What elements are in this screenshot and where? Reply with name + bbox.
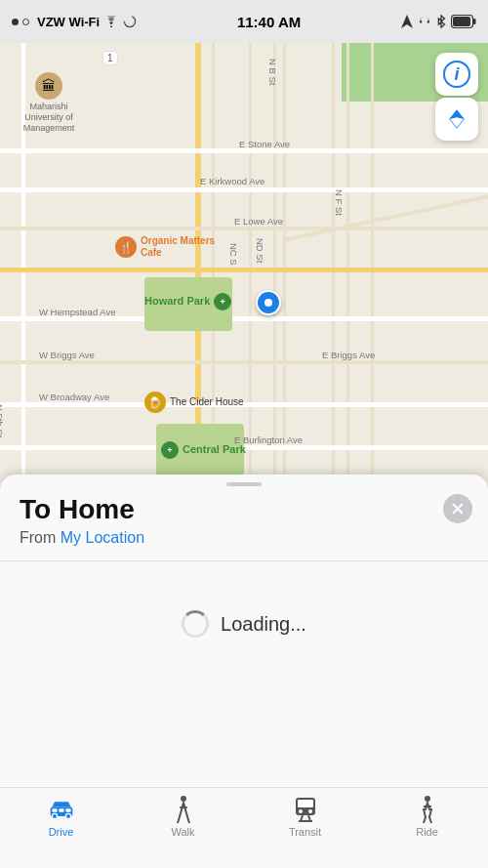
- svg-point-1: [125, 16, 136, 26]
- cafe-icon: 🍴: [115, 236, 137, 258]
- location-button[interactable]: [435, 98, 478, 141]
- label-broadway: W Broadway Ave: [39, 392, 109, 402]
- label-stone: E Stone Ave: [239, 139, 290, 149]
- svg-rect-9: [52, 808, 57, 812]
- road-yellow-h: [0, 268, 488, 272]
- svg-point-17: [425, 796, 430, 802]
- bottom-sheet: To Home From My Location Loading...: [0, 475, 488, 787]
- svg-rect-4: [453, 17, 470, 26]
- svg-marker-6: [52, 802, 70, 806]
- signal-dot-1: [12, 19, 19, 25]
- university-label: 🏛 Maharishi University of Management: [10, 72, 88, 133]
- svg-point-15: [299, 809, 303, 813]
- road-briggs-e: [0, 360, 488, 364]
- howard-park-label: Howard Park: [144, 295, 210, 308]
- location-arrow-icon: [446, 108, 468, 130]
- status-right: [401, 15, 476, 28]
- svg-point-0: [110, 25, 112, 27]
- loading-text: Loading...: [221, 613, 306, 636]
- signal-dot-2: [22, 19, 29, 25]
- ride-icon: [414, 796, 441, 823]
- drive-label: Drive: [49, 826, 74, 838]
- road-lowe: [0, 227, 488, 230]
- walk-icon: [170, 796, 197, 823]
- park-icon2: +: [161, 441, 179, 459]
- battery-icon: [451, 15, 476, 28]
- transit-label: Transit: [289, 826, 321, 838]
- svg-point-8: [65, 813, 70, 818]
- central-park-label: Central Park: [183, 443, 246, 456]
- blue-location-pin: [256, 290, 281, 315]
- road-kirkwood: [0, 187, 488, 192]
- notification-badge: 1: [102, 51, 118, 65]
- sheet-title: To Home: [20, 494, 468, 525]
- carrier-label: VZW Wi-Fi: [37, 15, 100, 29]
- university-name: Maharishi University of Management: [10, 102, 88, 133]
- status-time: 11:40 AM: [237, 14, 301, 30]
- drive-icon: [48, 796, 75, 823]
- tab-ride[interactable]: Ride: [366, 796, 488, 838]
- label-nd: ND St: [255, 238, 265, 263]
- label-nf: N F St: [334, 189, 345, 216]
- central-park-poi: + Central Park: [161, 441, 246, 459]
- label-briggs-e: E Briggs Ave: [322, 350, 375, 360]
- svg-rect-3: [473, 19, 476, 24]
- cider-house-poi: 🍺 The Cider House: [144, 392, 244, 413]
- label-n5th: N 5th St: [0, 404, 5, 437]
- label-nb-st: N B St: [267, 59, 278, 85]
- svg-point-7: [52, 813, 57, 818]
- status-bar: VZW Wi-Fi 11:40 AM: [0, 0, 488, 43]
- cider-icon: 🍺: [144, 392, 166, 413]
- info-button[interactable]: i: [435, 53, 478, 96]
- sheet-subtitle: From My Location: [20, 529, 468, 547]
- info-icon: i: [443, 61, 470, 88]
- tab-drive[interactable]: Drive: [0, 796, 122, 838]
- label-ncs: NC S: [228, 243, 239, 266]
- bluetooth-icon: [436, 15, 446, 28]
- label-hempstead: W Hempstead Ave: [39, 307, 116, 317]
- university-icon: 🏛: [35, 72, 62, 100]
- from-label: From: [20, 529, 56, 546]
- tab-bar: Drive Walk Transit: [0, 787, 488, 868]
- loading-area: Loading...: [0, 561, 488, 686]
- walk-label: Walk: [171, 826, 194, 838]
- cider-label: The Cider House: [170, 396, 244, 408]
- map-controls: i: [435, 53, 478, 141]
- park-icon1: +: [214, 293, 231, 310]
- wifi-icon: [103, 16, 119, 27]
- svg-point-12: [181, 796, 186, 802]
- tab-walk[interactable]: Walk: [122, 796, 244, 838]
- ride-label: Ride: [416, 826, 438, 838]
- status-left: VZW Wi-Fi: [12, 15, 137, 29]
- headphone-icon: [418, 15, 431, 28]
- diagonal-road: [283, 193, 488, 242]
- close-button[interactable]: [443, 494, 472, 523]
- svg-rect-14: [298, 800, 313, 807]
- organic-cafe-poi: 🍴 Organic Matters Cafe: [115, 235, 219, 259]
- loading-spinner: [182, 610, 209, 638]
- label-kirkwood: E Kirkwood Ave: [200, 176, 264, 186]
- cafe-label: Organic Matters Cafe: [141, 235, 219, 259]
- svg-point-16: [308, 809, 312, 813]
- sheet-header: To Home From My Location: [0, 475, 488, 560]
- tab-transit[interactable]: Transit: [244, 796, 366, 838]
- location-active-icon: [401, 15, 413, 28]
- road-broadway: [0, 402, 488, 407]
- label-briggs-w: W Briggs Ave: [39, 350, 95, 360]
- howard-park-poi: Howard Park +: [144, 293, 231, 310]
- svg-rect-10: [59, 808, 63, 812]
- transit-icon: [292, 796, 319, 823]
- activity-icon: [123, 15, 137, 28]
- svg-rect-11: [65, 808, 70, 812]
- location-link[interactable]: My Location: [61, 529, 144, 546]
- label-lowe: E Lowe Ave: [234, 216, 283, 227]
